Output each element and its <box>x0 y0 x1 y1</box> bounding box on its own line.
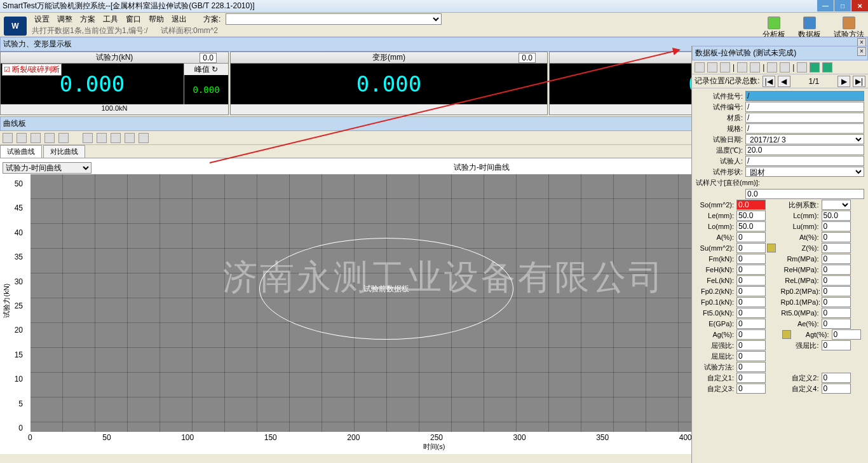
peak-value: 0.000 <box>184 75 228 104</box>
field-温度(℃)[interactable]: 20.0 <box>745 145 864 155</box>
zoom-out-icon[interactable] <box>58 133 69 143</box>
field-强屈比[interactable]: 0 <box>822 340 851 350</box>
menu-plan[interactable]: 方案 <box>78 14 98 25</box>
refresh-icon[interactable]: ↻ <box>212 65 218 74</box>
field-Fm(kN)[interactable]: 0 <box>736 254 766 264</box>
label: 试验日期: <box>696 135 745 144</box>
menu-adjust[interactable]: 调整 <box>55 14 75 25</box>
plan-dropdown[interactable] <box>226 13 442 25</box>
field-Agt(%)[interactable]: 0 <box>832 329 861 340</box>
delete-icon[interactable] <box>767 62 777 73</box>
deform-value: 0.000 <box>231 64 547 104</box>
label: 温度(℃): <box>696 146 745 155</box>
data-form: 试件批号:/试件编号:/材质:/规格:/试验日期:2017/12/ 3温度(℃)… <box>692 88 868 397</box>
print-icon[interactable] <box>83 133 93 143</box>
field-At(%)[interactable]: 0 <box>822 232 851 242</box>
fracture-check[interactable]: ☑ 断裂/破碎判断 <box>2 64 62 76</box>
field-屈屈比[interactable]: 0 <box>736 351 766 361</box>
field-Rp0.2(MPa)[interactable]: 0 <box>822 286 851 296</box>
chart-type-dropdown[interactable]: 试验力-时间曲线 <box>3 162 92 174</box>
menu-exit[interactable]: 退出 <box>169 14 189 25</box>
field-E(GPa)[interactable]: 0 <box>736 319 766 329</box>
field-diameter[interactable]: 0.0 <box>745 189 864 199</box>
tab-test-curve[interactable]: 试验曲线 <box>0 145 42 158</box>
calc-icon[interactable] <box>767 244 776 252</box>
field-Rt5.0(MPa)[interactable]: 0 <box>822 308 851 318</box>
field-试验人[interactable]: / <box>745 156 864 166</box>
field-试件形状[interactable]: 圆材 <box>745 167 864 177</box>
field-试验日期[interactable]: 2017/12/ 3 <box>745 134 864 144</box>
field-试件批号[interactable]: / <box>745 91 864 101</box>
label: 规格: <box>696 124 745 134</box>
print-data-icon[interactable] <box>797 62 807 73</box>
last-record-button[interactable]: ▶| <box>853 76 865 87</box>
field-Rm(MPa)[interactable]: 0 <box>822 254 851 264</box>
export-icon[interactable] <box>822 62 832 73</box>
tab-compare-curve[interactable]: 对比曲线 <box>43 145 85 158</box>
config-icon[interactable] <box>125 133 135 143</box>
field-Su(mm^2)[interactable]: 0 <box>736 243 766 253</box>
field-Lc(mm)[interactable]: 50.0 <box>822 211 851 221</box>
field-自定义3[interactable]: 0 <box>736 384 766 394</box>
field-ReL(MPa)[interactable]: 0 <box>822 275 851 286</box>
menu-help[interactable]: 帮助 <box>146 14 166 25</box>
field-试验方法[interactable]: 0 <box>736 362 766 372</box>
pointer-tool-icon[interactable] <box>3 133 13 143</box>
field-材质[interactable]: / <box>745 113 864 123</box>
menu-settings[interactable]: 设置 <box>32 14 52 25</box>
field-Fp0.1(kN)[interactable]: 0 <box>736 297 766 307</box>
next-record-button[interactable]: ▶ <box>837 76 850 87</box>
close-data-panel-icon[interactable]: × <box>857 47 866 56</box>
field-屈强比[interactable]: 0 <box>736 340 766 350</box>
field-规格[interactable]: / <box>745 123 864 134</box>
status-records: 共打开数据1条,当前位置为1,编号:/ <box>32 25 148 36</box>
stats-icon[interactable] <box>97 133 107 143</box>
field-Lu(mm)[interactable]: 0 <box>822 221 851 232</box>
pan-tool-icon[interactable] <box>31 133 41 143</box>
field-比例系数[interactable] <box>822 200 851 210</box>
field-FeL(kN)[interactable]: 0 <box>736 275 766 286</box>
menu-window[interactable]: 窗口 <box>123 14 144 25</box>
calc-icon[interactable] <box>782 330 791 339</box>
field-Lo(mm)[interactable]: 50.0 <box>736 221 766 232</box>
minimize-button[interactable]: — <box>817 0 834 11</box>
annotation-ellipse: 试验前数据板 <box>259 238 513 340</box>
record-nav: 记录位置/记录总数: |◀ ◀ 1/1 ▶ ▶| <box>692 74 868 88</box>
field-So(mm^2)[interactable]: 0.0 <box>736 200 766 210</box>
y-axis-label: 试验力(kN) <box>2 284 11 318</box>
field-Z(%)[interactable]: 0 <box>822 243 851 253</box>
close-button[interactable]: ✕ <box>851 0 868 11</box>
field-自定义1[interactable]: 0 <box>736 373 766 383</box>
field-Ag(%)[interactable]: 0 <box>736 329 766 340</box>
grid-icon[interactable] <box>111 133 121 143</box>
zoom-tool-icon[interactable] <box>17 133 27 143</box>
record-page: 1/1 <box>793 77 835 86</box>
field-A(%)[interactable]: 0 <box>736 232 766 242</box>
field-自定义4[interactable]: 0 <box>822 384 851 394</box>
excel-icon[interactable] <box>810 62 820 73</box>
saveall-icon[interactable] <box>750 62 760 73</box>
data-panel-header: 数据板-拉伸试验 (测试未完成)× <box>692 46 868 60</box>
field-试件编号[interactable]: / <box>745 102 864 112</box>
new-icon[interactable] <box>695 62 705 73</box>
open-icon[interactable] <box>720 62 730 73</box>
first-record-button[interactable]: |◀ <box>763 76 775 87</box>
zoom-in-icon[interactable] <box>44 133 55 143</box>
field-Rp0.1(MPa)[interactable]: 0 <box>822 297 851 307</box>
field-ReH(MPa)[interactable]: 0 <box>822 265 851 275</box>
prev-record-button[interactable]: ◀ <box>778 76 790 87</box>
menu-tools[interactable]: 工具 <box>100 14 121 25</box>
field-自定义2[interactable]: 0 <box>822 373 851 383</box>
field-Le(mm)[interactable]: 50.0 <box>736 211 766 221</box>
plan-label: 方案: <box>201 14 223 25</box>
save-icon[interactable] <box>737 62 747 73</box>
settings-icon[interactable] <box>139 133 149 143</box>
maximize-button[interactable]: □ <box>834 0 851 11</box>
field-FeH(kN)[interactable]: 0 <box>736 265 766 275</box>
field-Fp0.2(kN)[interactable]: 0 <box>736 286 766 296</box>
copy-icon[interactable] <box>707 62 717 73</box>
clear-icon[interactable] <box>780 62 790 73</box>
field-Ft5.0(kN)[interactable]: 0 <box>736 308 766 318</box>
data-panel: 数据板-拉伸试验 (测试未完成)× | | | 记录位置/记录总数: |◀ ◀ … <box>691 46 868 463</box>
field-Ae(%)[interactable]: 0 <box>822 319 851 329</box>
